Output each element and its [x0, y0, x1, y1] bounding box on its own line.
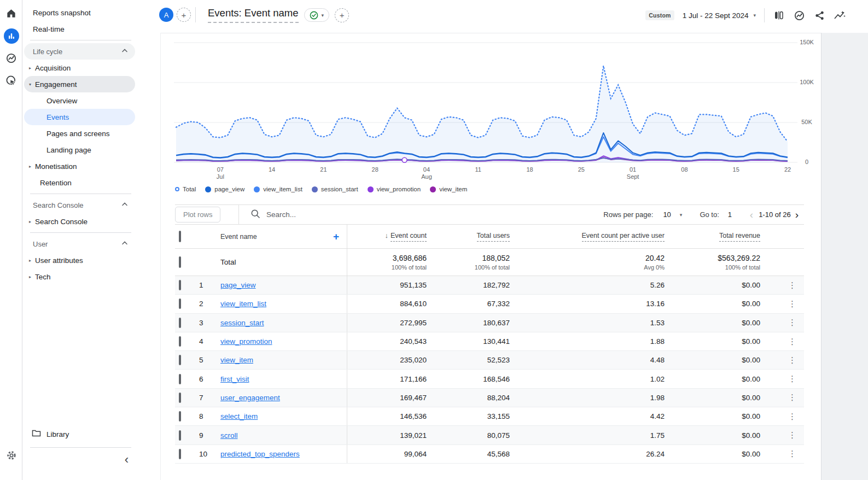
x-axis-tick: 25	[569, 166, 593, 173]
sidebar-item-library[interactable]: Library	[24, 426, 69, 442]
column-header-total-users[interactable]: Total users	[477, 232, 510, 242]
legend-item-view-item-list[interactable]: view_item_list	[254, 186, 302, 192]
sidebar-item-real-time[interactable]: Real-time	[24, 21, 135, 37]
sidebar-item-tech[interactable]: ▸Tech	[24, 268, 135, 285]
add-report-icon[interactable]: +	[335, 8, 349, 22]
row-menu-button[interactable]: ⋮	[760, 374, 804, 384]
sidebar-item-overview[interactable]: Overview	[24, 92, 135, 109]
y-axis-tick: 0	[796, 159, 818, 165]
goto-page-input[interactable]	[728, 210, 742, 219]
legend-label: session_start	[321, 186, 358, 192]
column-header-event-name[interactable]: Event name	[220, 233, 257, 241]
total-revenue-value: $0.00	[665, 337, 760, 346]
collapse-sidebar-icon[interactable]: ‹	[125, 453, 129, 467]
advertising-icon[interactable]	[0, 75, 22, 86]
row-checkbox[interactable]	[179, 430, 181, 441]
total-users: 188,052	[427, 254, 510, 262]
row-checkbox[interactable]	[179, 411, 181, 422]
sidebar-item-search-console[interactable]: ▸Search Console	[24, 213, 135, 230]
events-table: Event name + ↓Event count Total users Ev…	[175, 225, 804, 464]
total-row-checkbox[interactable]	[179, 256, 181, 268]
row-checkbox[interactable]	[179, 318, 181, 328]
chevron-down-icon[interactable]: ▾	[753, 13, 756, 18]
page-title[interactable]: Events: Event name	[208, 7, 299, 23]
legend-item-view-promotion[interactable]: view_promotion	[368, 186, 421, 192]
event-name-link[interactable]: predicted_top_spenders	[220, 450, 300, 458]
reports-icon[interactable]	[0, 28, 22, 44]
sidebar-item-pages-and-screens[interactable]: Pages and screens	[24, 125, 135, 142]
insights-icon[interactable]	[793, 9, 805, 21]
table-row: 4view_promotion240,543130,4411.88$0.00⋮	[175, 332, 804, 351]
row-checkbox[interactable]	[179, 449, 181, 459]
row-checkbox[interactable]	[179, 393, 181, 403]
x-tick-day: 14	[260, 166, 284, 173]
search-input[interactable]	[266, 210, 496, 219]
row-menu-button[interactable]: ⋮	[760, 449, 804, 459]
row-menu-button[interactable]: ⋮	[760, 412, 804, 422]
row-menu-button[interactable]: ⋮	[760, 430, 804, 440]
event-name-link[interactable]: view_promotion	[220, 337, 272, 346]
sidebar-section-life-cycle[interactable]: Life cycle	[24, 43, 135, 60]
explore-icon[interactable]	[0, 52, 22, 64]
row-menu-button[interactable]: ⋮	[760, 318, 804, 327]
row-checkbox[interactable]	[179, 280, 181, 290]
row-checkbox[interactable]	[179, 374, 181, 384]
row-checkbox[interactable]	[179, 298, 181, 309]
x-tick-day: 01	[621, 166, 645, 173]
column-header-total-revenue[interactable]: Total revenue	[719, 232, 760, 242]
event-name-link[interactable]: user_engagement	[220, 394, 280, 402]
event-name-link[interactable]: view_item_list	[220, 300, 266, 308]
rows-per-page-value[interactable]: 10	[663, 210, 671, 219]
column-header-event-count[interactable]: Event count	[391, 232, 427, 242]
legend-dot-icon	[312, 186, 318, 192]
event-name-link[interactable]: session_start	[220, 319, 264, 327]
sidebar-item-events[interactable]: Events	[24, 109, 135, 125]
chevron-down-icon[interactable]: ▾	[680, 212, 683, 218]
event-name-link[interactable]: scroll	[220, 431, 238, 440]
row-checkbox[interactable]	[179, 355, 181, 365]
row-menu-button[interactable]: ⋮	[760, 355, 804, 365]
event-name-link[interactable]: select_item	[220, 412, 258, 420]
sidebar-item-landing-page[interactable]: Landing page	[24, 142, 135, 158]
sidebar-item-retention[interactable]: Retention	[24, 174, 135, 191]
row-menu-button[interactable]: ⋮	[760, 299, 804, 309]
home-icon[interactable]	[0, 8, 22, 19]
ai-insights-icon[interactable]	[834, 9, 846, 21]
triangle-right-icon: ▸	[24, 258, 35, 263]
comparison-icon[interactable]	[773, 9, 785, 21]
sidebar-section-search-console[interactable]: Search Console	[24, 197, 135, 213]
plot-rows-button[interactable]: Plot rows	[175, 207, 220, 223]
sidebar-item-reports-snapshot[interactable]: Reports snapshot	[24, 4, 135, 21]
row-menu-button[interactable]: ⋮	[760, 393, 804, 402]
triangle-right-icon: ▸	[24, 219, 35, 224]
sidebar-item-engagement[interactable]: ▾Engagement	[24, 76, 135, 92]
event-name-link[interactable]: view_item	[220, 356, 253, 364]
settings-gear-icon[interactable]	[0, 449, 22, 461]
pagination-range: 1-10 of 26	[759, 210, 791, 219]
date-range-selector[interactable]: 1 Jul - 22 Sept 2024	[683, 11, 749, 20]
legend-item-total[interactable]: Total	[175, 186, 196, 192]
legend-item-view-item[interactable]: view_item	[430, 186, 467, 192]
row-checkbox[interactable]	[179, 336, 181, 347]
event-name-link[interactable]: page_view	[220, 281, 256, 289]
total-event-count: 3,698,686	[347, 254, 427, 262]
sidebar-item-acquisition[interactable]: ▸Acquisition	[24, 60, 135, 76]
add-comparison-icon[interactable]: +	[177, 8, 191, 22]
event-count-value: 235,020	[347, 356, 427, 364]
share-icon[interactable]	[813, 9, 825, 21]
row-menu-button[interactable]: ⋮	[760, 280, 804, 290]
sidebar-section-user[interactable]: User	[24, 236, 135, 252]
legend-item-page-view[interactable]: page_view	[205, 186, 244, 192]
sidebar-item-monetisation[interactable]: ▸Monetisation	[24, 158, 135, 174]
app-icon-rail	[0, 0, 22, 480]
next-page-icon[interactable]: ›	[795, 210, 799, 219]
add-column-icon[interactable]: +	[333, 231, 339, 243]
row-menu-button[interactable]: ⋮	[760, 337, 804, 347]
report-status-pill[interactable]: ▾	[304, 8, 330, 22]
select-all-checkbox[interactable]	[179, 231, 181, 242]
sidebar-item-user-attributes[interactable]: ▸User attributes	[24, 252, 135, 268]
column-header-event-count-per-user[interactable]: Event count per active user	[582, 232, 665, 242]
legend-item-session-start[interactable]: session_start	[312, 186, 358, 192]
event-name-link[interactable]: first_visit	[220, 375, 249, 383]
avatar[interactable]: A	[159, 8, 173, 22]
